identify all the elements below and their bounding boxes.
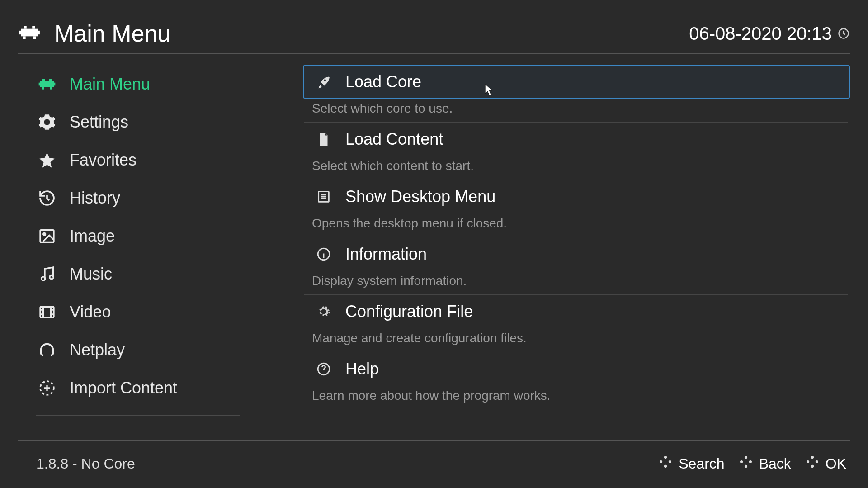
menu-item-desc: Display system information. (304, 271, 848, 295)
dpad-icon (738, 454, 754, 473)
svg-point-26 (660, 460, 662, 463)
svg-rect-4 (32, 26, 35, 28)
clock-icon (837, 27, 850, 40)
sidebar-item-label: Image (70, 227, 115, 246)
datetime-label: 06-08-2020 20:13 (689, 24, 832, 44)
menu-item-show-desktop-menu[interactable]: Show Desktop Menu (303, 180, 850, 213)
invader-icon (36, 75, 58, 93)
menu-item-label: Help (345, 360, 379, 379)
hint-label: Back (759, 455, 791, 472)
sidebar-item-main-menu[interactable]: Main Menu (36, 65, 240, 103)
gear-icon (36, 113, 58, 131)
sidebar-item-label: Import Content (70, 379, 177, 398)
star-icon (36, 151, 58, 169)
svg-point-18 (50, 275, 53, 279)
svg-rect-13 (42, 87, 44, 90)
sidebar-item-video[interactable]: Video (36, 293, 240, 331)
svg-rect-10 (54, 83, 55, 86)
svg-rect-12 (49, 79, 52, 81)
svg-rect-5 (23, 36, 25, 39)
sidebar-item-favorites[interactable]: Favorites (36, 141, 240, 179)
sidebar-item-netplay[interactable]: Netplay (36, 331, 240, 369)
status-label: 1.8.8 - No Core (18, 455, 135, 472)
hint-back[interactable]: Back (738, 454, 791, 473)
svg-point-17 (42, 277, 45, 280)
svg-point-16 (43, 233, 46, 235)
body: Main Menu Settings Favorites History (18, 55, 850, 438)
sidebar-item-label: Favorites (70, 151, 137, 170)
menu-item-desc: Select which core to use. (304, 99, 848, 123)
sidebar-item-history[interactable]: History (36, 179, 240, 217)
menu-item-label: Information (345, 245, 427, 264)
header-right: 06-08-2020 20:13 (689, 24, 850, 44)
sidebar-item-label: Main Menu (70, 75, 150, 94)
svg-rect-14 (50, 87, 52, 90)
svg-point-25 (664, 465, 667, 468)
hint-search[interactable]: Search (658, 454, 724, 473)
footer-hints: Search Back OK (658, 454, 850, 473)
footer-bar: 1.8.8 - No Core Search Back OK (18, 440, 850, 476)
sidebar: Main Menu Settings Favorites History (18, 55, 258, 438)
svg-rect-19 (40, 307, 54, 317)
sidebar-item-import-content[interactable]: Import Content (36, 369, 240, 407)
svg-rect-6 (33, 36, 36, 39)
header-left: Main Menu (18, 20, 170, 47)
menu-item-desc: Opens the desktop menu if closed. (304, 213, 848, 237)
sidebar-item-label: Video (70, 303, 111, 322)
hint-label: OK (826, 455, 846, 472)
menu-item-desc: Learn more about how the program works. (304, 386, 848, 409)
sidebar-item-label: Netplay (70, 341, 125, 360)
menu-item-load-core[interactable]: Load Core (303, 65, 850, 99)
menu-item-information[interactable]: Information (303, 237, 850, 271)
gear-small-icon (316, 303, 332, 320)
svg-point-30 (740, 460, 743, 463)
svg-point-33 (811, 465, 814, 468)
menu-group-show-desktop-menu: Show Desktop Menu Opens the desktop menu… (303, 180, 850, 237)
svg-point-29 (745, 465, 747, 468)
menu-item-label: Load Content (345, 130, 443, 149)
svg-point-27 (669, 460, 671, 463)
menu-group-help: Help Learn more about how the program wo… (303, 352, 850, 409)
menu-group-load-core: Load Core Select which core to use. (303, 65, 850, 123)
menu-item-desc: Select which content to start. (304, 156, 848, 180)
sidebar-item-settings[interactable]: Settings (36, 103, 240, 141)
app-logo-icon (18, 21, 41, 46)
dpad-icon (658, 454, 673, 473)
header-bar: Main Menu 06-08-2020 20:13 (18, 14, 850, 54)
video-icon (36, 303, 58, 321)
menu-item-configuration-file[interactable]: Configuration File (303, 295, 850, 328)
svg-point-31 (749, 460, 751, 463)
menu-item-label: Show Desktop Menu (345, 187, 495, 206)
question-icon (316, 361, 332, 377)
svg-rect-8 (40, 81, 54, 87)
svg-rect-3 (24, 26, 27, 28)
image-icon (36, 227, 58, 245)
svg-point-24 (664, 456, 667, 459)
sidebar-item-label: History (70, 189, 120, 208)
svg-point-28 (745, 456, 747, 459)
menu-group-information: Information Display system information. (303, 237, 850, 295)
menu-item-label: Configuration File (345, 302, 473, 321)
sidebar-item-image[interactable]: Image (36, 217, 240, 255)
svg-rect-0 (21, 29, 38, 37)
svg-rect-15 (40, 230, 54, 242)
menu-item-help[interactable]: Help (303, 352, 850, 386)
rocket-icon (316, 74, 332, 90)
dpad-icon (805, 454, 820, 473)
sidebar-item-music[interactable]: Music (36, 255, 240, 293)
svg-rect-1 (19, 31, 21, 34)
menu-group-load-content: Load Content Select which content to sta… (303, 123, 850, 180)
history-icon (36, 189, 58, 207)
list-icon (316, 189, 332, 205)
main-panel: Load Core Select which core to use. Load… (258, 55, 850, 438)
svg-point-35 (816, 460, 818, 463)
svg-rect-2 (38, 31, 40, 34)
menu-item-load-content[interactable]: Load Content (303, 123, 850, 156)
sidebar-item-label: Music (70, 265, 112, 284)
music-icon (36, 265, 58, 283)
menu-group-configuration-file: Configuration File Manage and create con… (303, 295, 850, 352)
svg-point-34 (807, 460, 809, 463)
hint-ok[interactable]: OK (805, 454, 846, 473)
info-icon (316, 246, 332, 262)
sidebar-item-label: Settings (70, 113, 128, 132)
